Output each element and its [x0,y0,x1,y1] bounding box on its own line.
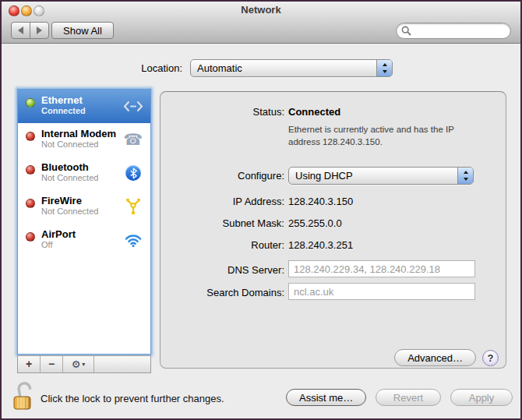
search-field[interactable] [396,23,511,39]
service-status: Not Connected [41,206,98,217]
dns-server-label: DNS Server: [160,264,284,276]
status-dot-disconnected [26,132,35,141]
forward-button[interactable] [30,22,49,39]
service-status: Not Connected [41,139,116,150]
status-dot-connected [26,98,35,108]
chevron-down-icon [82,357,85,372]
configure-label: Configure: [160,170,284,182]
unlock-icon[interactable] [12,380,37,411]
status-description: Ethernet is currently active and has the… [288,123,485,149]
gear-icon [72,359,81,369]
firewire-icon [122,196,144,217]
forward-icon [37,26,42,34]
network-preferences-window: Network Show All Location: Automatic Eth… [0,0,522,420]
location-value: Automatic [197,60,242,76]
subnet-mask-value: 255.255.0.0 [288,217,342,229]
apply-button: Apply [450,389,513,406]
assist-me-button[interactable]: Assist me… [286,389,366,406]
services-toolbar-spacer [94,356,150,372]
ip-address-label: IP Address: [160,196,284,207]
status-dot-disconnected [26,232,35,242]
popup-stepper-icon [457,168,473,184]
services-toolbar: + − [17,355,151,373]
title-bar: Network Show All [2,2,520,44]
revert-button: Revert [376,389,441,406]
window-title: Network [2,2,520,19]
service-row-internal-modem[interactable]: Internal Modem Not Connected [18,123,150,157]
service-name: Ethernet [41,94,86,106]
service-row-ethernet[interactable]: Ethernet Connected [18,90,150,123]
back-button[interactable] [11,22,30,39]
advanced-button[interactable]: Advanced… [394,349,476,366]
status-dot-disconnected [26,199,35,208]
service-name: FireWire [41,195,98,206]
ethernet-icon [122,96,144,116]
service-name: Internal Modem [41,128,116,139]
show-all-button[interactable]: Show All [51,22,114,39]
help-button[interactable]: ? [482,350,499,366]
configure-popup[interactable]: Using DHCP [288,167,474,185]
service-status: Not Connected [41,173,98,183]
status-dot-disconnected [26,165,35,175]
service-status: Off [41,240,76,250]
add-service-button[interactable]: + [18,356,41,372]
service-row-firewire[interactable]: FireWire Not Connected [18,190,150,224]
remove-service-button[interactable]: − [41,356,63,372]
subnet-mask-label: Subnet Mask: [160,217,284,229]
ip-address-value: 128.240.3.150 [288,196,353,207]
airport-icon [122,230,144,250]
service-action-menu-button[interactable] [63,356,94,372]
service-row-airport[interactable]: AirPort Off [18,224,150,257]
location-popup[interactable]: Automatic [190,59,393,77]
detail-pane: Status: Connected Ethernet is currently … [160,91,506,369]
location-label: Location: [2,62,182,74]
lock-hint-text: Click the lock to prevent further change… [41,393,224,404]
router-value: 128.240.3.251 [288,239,353,251]
service-name: Bluetooth [41,161,98,173]
search-domains-label: Search Domains: [160,287,284,298]
search-icon [401,26,411,36]
nav-buttons [11,22,49,39]
back-icon [18,26,23,34]
status-label: Status: [160,106,284,118]
service-status: Connected [41,106,86,116]
service-row-bluetooth[interactable]: Bluetooth Not Connected [18,157,150,190]
popup-stepper-icon [376,60,392,76]
modem-icon [122,129,144,150]
status-value: Connected [288,106,340,118]
bluetooth-icon [122,163,144,183]
search-domains-input[interactable] [288,283,475,300]
services-list: Ethernet Connected Internal Modem Not Co… [17,89,151,355]
configure-value: Using DHCP [295,168,353,184]
search-input[interactable] [411,25,507,37]
service-name: AirPort [41,228,76,240]
dns-server-input[interactable] [288,260,475,277]
router-label: Router: [160,239,284,251]
